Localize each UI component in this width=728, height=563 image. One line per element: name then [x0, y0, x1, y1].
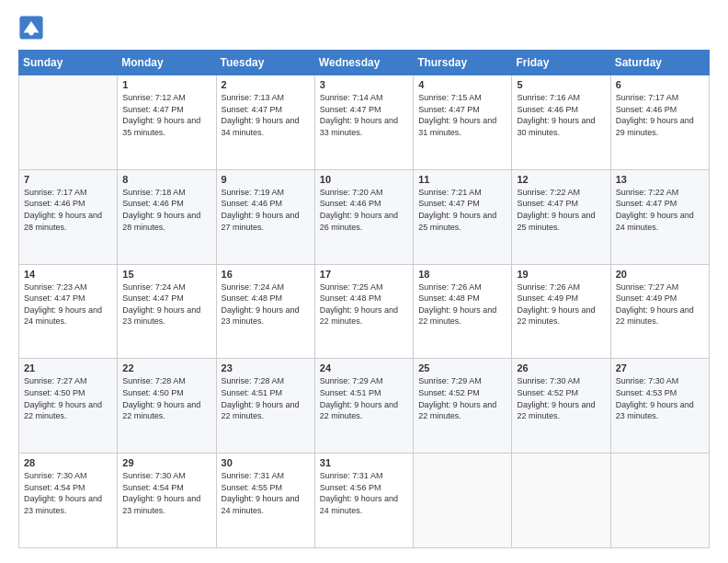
day-info: Sunrise: 7:25 AMSunset: 4:48 PMDaylight:…: [320, 282, 408, 327]
calendar-cell: 15Sunrise: 7:24 AMSunset: 4:47 PMDayligh…: [118, 264, 216, 359]
calendar-cell: 11Sunrise: 7:21 AMSunset: 4:47 PMDayligh…: [414, 169, 512, 264]
calendar-cell: 9Sunrise: 7:19 AMSunset: 4:46 PMDaylight…: [216, 169, 314, 264]
day-number: 12: [517, 174, 605, 185]
calendar-week-row: 7Sunrise: 7:17 AMSunset: 4:46 PMDaylight…: [19, 169, 710, 264]
calendar-cell: 26Sunrise: 7:30 AMSunset: 4:52 PMDayligh…: [512, 359, 610, 454]
logo: [18, 15, 46, 40]
day-number: 6: [616, 79, 704, 90]
day-number: 11: [418, 174, 506, 185]
day-number: 31: [320, 457, 408, 468]
calendar-cell: 7Sunrise: 7:17 AMSunset: 4:46 PMDaylight…: [19, 169, 118, 264]
day-number: 7: [24, 174, 112, 185]
day-info: Sunrise: 7:29 AMSunset: 4:52 PMDaylight:…: [418, 375, 506, 421]
calendar-week-row: 21Sunrise: 7:27 AMSunset: 4:50 PMDayligh…: [19, 359, 710, 454]
day-number: 17: [320, 269, 408, 280]
calendar-cell: 8Sunrise: 7:18 AMSunset: 4:46 PMDaylight…: [118, 169, 216, 264]
day-info: Sunrise: 7:27 AMSunset: 4:50 PMDaylight:…: [24, 375, 112, 421]
day-number: 14: [24, 269, 112, 280]
day-info: Sunrise: 7:29 AMSunset: 4:51 PMDaylight:…: [320, 375, 408, 421]
weekday-header-row: SundayMondayTuesdayWednesdayThursdayFrid…: [19, 51, 710, 75]
day-number: 3: [320, 79, 408, 90]
calendar-cell: 3Sunrise: 7:14 AMSunset: 4:47 PMDaylight…: [314, 75, 413, 170]
day-info: Sunrise: 7:20 AMSunset: 4:46 PMDaylight:…: [320, 187, 408, 233]
day-info: Sunrise: 7:22 AMSunset: 4:47 PMDaylight:…: [517, 187, 605, 233]
day-number: 10: [320, 174, 408, 185]
day-info: Sunrise: 7:21 AMSunset: 4:47 PMDaylight:…: [418, 187, 506, 233]
calendar-header: SundayMondayTuesdayWednesdayThursdayFrid…: [19, 51, 710, 75]
calendar-week-row: 14Sunrise: 7:23 AMSunset: 4:47 PMDayligh…: [19, 264, 710, 359]
calendar-cell: 1Sunrise: 7:12 AMSunset: 4:47 PMDaylight…: [118, 75, 216, 170]
calendar-table: SundayMondayTuesdayWednesdayThursdayFrid…: [18, 50, 710, 548]
calendar-cell: 12Sunrise: 7:22 AMSunset: 4:47 PMDayligh…: [512, 169, 610, 264]
day-number: 24: [320, 362, 408, 373]
day-info: Sunrise: 7:30 AMSunset: 4:54 PMDaylight:…: [122, 470, 210, 516]
calendar-week-row: 1Sunrise: 7:12 AMSunset: 4:47 PMDaylight…: [19, 75, 710, 170]
day-number: 16: [222, 269, 310, 280]
day-info: Sunrise: 7:26 AMSunset: 4:49 PMDaylight:…: [517, 282, 605, 327]
calendar-cell: 10Sunrise: 7:20 AMSunset: 4:46 PMDayligh…: [314, 169, 413, 264]
day-info: Sunrise: 7:17 AMSunset: 4:46 PMDaylight:…: [24, 187, 112, 233]
calendar-cell: 24Sunrise: 7:29 AMSunset: 4:51 PMDayligh…: [314, 359, 413, 454]
calendar-cell: [414, 454, 512, 548]
calendar-cell: 28Sunrise: 7:30 AMSunset: 4:54 PMDayligh…: [19, 454, 118, 548]
day-number: 28: [24, 457, 112, 468]
weekday-header-wednesday: Wednesday: [314, 51, 413, 75]
day-info: Sunrise: 7:13 AMSunset: 4:47 PMDaylight:…: [222, 92, 310, 138]
day-info: Sunrise: 7:14 AMSunset: 4:47 PMDaylight:…: [320, 92, 408, 138]
day-number: 19: [517, 269, 605, 280]
day-info: Sunrise: 7:17 AMSunset: 4:46 PMDaylight:…: [616, 92, 704, 138]
day-info: Sunrise: 7:24 AMSunset: 4:47 PMDaylight:…: [122, 282, 210, 327]
weekday-header-saturday: Saturday: [610, 51, 709, 75]
weekday-header-tuesday: Tuesday: [216, 51, 314, 75]
calendar-cell: 16Sunrise: 7:24 AMSunset: 4:48 PMDayligh…: [216, 264, 314, 359]
calendar-cell: 19Sunrise: 7:26 AMSunset: 4:49 PMDayligh…: [512, 264, 610, 359]
day-number: 8: [122, 174, 210, 185]
logo-icon: [18, 15, 44, 40]
calendar-cell: 31Sunrise: 7:31 AMSunset: 4:56 PMDayligh…: [314, 454, 413, 548]
calendar-cell: 21Sunrise: 7:27 AMSunset: 4:50 PMDayligh…: [19, 359, 118, 454]
day-number: 4: [418, 79, 506, 90]
day-number: 1: [122, 79, 210, 90]
weekday-header-monday: Monday: [118, 51, 216, 75]
header: [18, 15, 710, 40]
day-number: 26: [517, 362, 605, 373]
day-info: Sunrise: 7:30 AMSunset: 4:52 PMDaylight:…: [517, 375, 605, 421]
day-number: 15: [122, 269, 210, 280]
calendar-cell: [19, 75, 118, 170]
day-info: Sunrise: 7:30 AMSunset: 4:54 PMDaylight:…: [24, 470, 112, 516]
svg-point-2: [28, 30, 34, 36]
day-info: Sunrise: 7:27 AMSunset: 4:49 PMDaylight:…: [616, 282, 704, 327]
calendar-cell: 18Sunrise: 7:26 AMSunset: 4:48 PMDayligh…: [414, 264, 512, 359]
calendar-cell: [512, 454, 610, 548]
calendar-cell: 6Sunrise: 7:17 AMSunset: 4:46 PMDaylight…: [610, 75, 709, 170]
day-number: 13: [616, 174, 704, 185]
day-number: 22: [122, 362, 210, 373]
calendar-cell: 4Sunrise: 7:15 AMSunset: 4:47 PMDaylight…: [414, 75, 512, 170]
calendar-cell: 17Sunrise: 7:25 AMSunset: 4:48 PMDayligh…: [314, 264, 413, 359]
calendar-week-row: 28Sunrise: 7:30 AMSunset: 4:54 PMDayligh…: [19, 454, 710, 548]
day-info: Sunrise: 7:28 AMSunset: 4:50 PMDaylight:…: [122, 375, 210, 421]
day-number: 2: [222, 79, 310, 90]
weekday-header-sunday: Sunday: [19, 51, 118, 75]
calendar-body: 1Sunrise: 7:12 AMSunset: 4:47 PMDaylight…: [19, 75, 710, 548]
day-info: Sunrise: 7:19 AMSunset: 4:46 PMDaylight:…: [222, 187, 310, 233]
day-number: 25: [418, 362, 506, 373]
page: SundayMondayTuesdayWednesdayThursdayFrid…: [0, 0, 728, 563]
day-info: Sunrise: 7:31 AMSunset: 4:55 PMDaylight:…: [222, 470, 310, 516]
day-number: 27: [616, 362, 704, 373]
calendar-cell: 27Sunrise: 7:30 AMSunset: 4:53 PMDayligh…: [610, 359, 709, 454]
day-info: Sunrise: 7:12 AMSunset: 4:47 PMDaylight:…: [122, 92, 210, 138]
day-info: Sunrise: 7:24 AMSunset: 4:48 PMDaylight:…: [222, 282, 310, 327]
calendar-cell: 23Sunrise: 7:28 AMSunset: 4:51 PMDayligh…: [216, 359, 314, 454]
day-number: 5: [517, 79, 605, 90]
day-number: 9: [222, 174, 310, 185]
calendar-cell: 14Sunrise: 7:23 AMSunset: 4:47 PMDayligh…: [19, 264, 118, 359]
day-info: Sunrise: 7:22 AMSunset: 4:47 PMDaylight:…: [616, 187, 704, 233]
day-info: Sunrise: 7:28 AMSunset: 4:51 PMDaylight:…: [222, 375, 310, 421]
calendar-cell: 2Sunrise: 7:13 AMSunset: 4:47 PMDaylight…: [216, 75, 314, 170]
calendar-cell: 29Sunrise: 7:30 AMSunset: 4:54 PMDayligh…: [118, 454, 216, 548]
calendar-cell: 13Sunrise: 7:22 AMSunset: 4:47 PMDayligh…: [610, 169, 709, 264]
day-info: Sunrise: 7:26 AMSunset: 4:48 PMDaylight:…: [418, 282, 506, 327]
day-info: Sunrise: 7:18 AMSunset: 4:46 PMDaylight:…: [122, 187, 210, 233]
calendar-cell: 5Sunrise: 7:16 AMSunset: 4:46 PMDaylight…: [512, 75, 610, 170]
